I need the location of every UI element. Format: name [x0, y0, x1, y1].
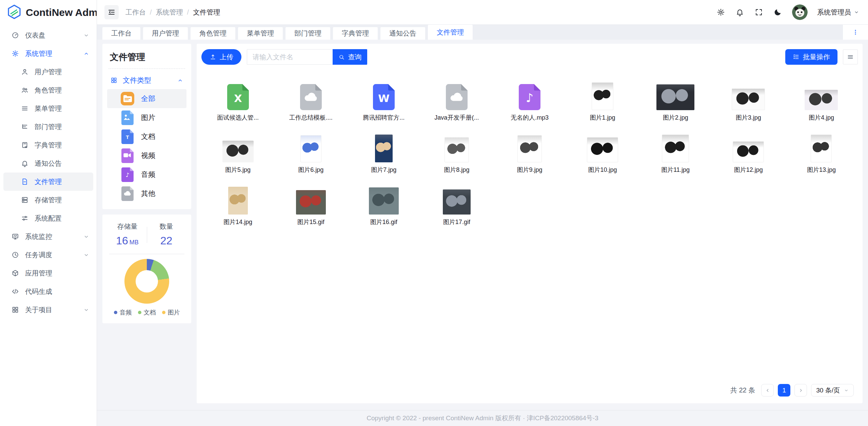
file-item[interactable]: 工作总结模板.... [274, 74, 347, 122]
sidebar-item-系统配置[interactable]: 系统配置 [0, 209, 97, 227]
batch-operation-button[interactable]: 批量操作 [785, 49, 837, 65]
file-type-音频[interactable]: ♪音频 [107, 165, 186, 184]
sidebar-item-用户管理[interactable]: 用户管理 [0, 63, 97, 81]
cloud-file-icon [121, 186, 134, 201]
file-item[interactable]: 图片16.gif [347, 178, 420, 226]
file-item[interactable]: Java开发手册(... [420, 74, 493, 122]
notification-icon[interactable] [735, 7, 745, 17]
file-item[interactable]: 图片8.jpg [420, 126, 493, 174]
bell-icon [21, 160, 28, 167]
page-size-select[interactable]: 30 条/页 [811, 384, 854, 397]
file-item[interactable]: 图片6.jpg [274, 126, 347, 174]
file-item[interactable]: 图片4.jpg [785, 74, 858, 122]
file-type-全部[interactable]: 全部 [107, 89, 186, 108]
grid-icon [12, 306, 19, 313]
file-name: 图片10.jpg [588, 166, 617, 174]
sidebar-item-仪表盘[interactable]: 仪表盘 [0, 26, 97, 44]
file-name: 无名的人.mp3 [511, 114, 549, 122]
pagination-prev-button[interactable] [761, 384, 774, 397]
file-icon-box [300, 84, 322, 110]
file-icon-box [592, 82, 613, 110]
query-button[interactable]: 查询 [333, 49, 367, 65]
chevron-down-icon [83, 252, 89, 258]
pagination-next-button[interactable] [794, 384, 807, 397]
file-name: 图片5.jpg [225, 166, 251, 174]
divider [147, 227, 147, 243]
user-menu[interactable]: 系统管理员 [817, 8, 859, 17]
file-type-文档[interactable]: T文档 [107, 127, 186, 146]
file-item[interactable]: 图片15.gif [274, 178, 347, 226]
sidebar-item-代码生成[interactable]: 代码生成 [0, 282, 97, 301]
file-icon-box [805, 90, 838, 110]
tab-部门管理[interactable]: 部门管理 [285, 27, 330, 40]
file-icon-box [369, 187, 399, 215]
upload-button[interactable]: 上传 [201, 49, 241, 65]
file-thumbnail [296, 190, 326, 215]
tab-通知公告[interactable]: 通知公告 [380, 27, 425, 40]
file-name: 图片16.gif [370, 218, 397, 226]
pagination-page-1[interactable]: 1 [778, 384, 790, 397]
file-item[interactable]: 图片13.jpg [785, 126, 858, 174]
excel-file-icon: X [227, 84, 249, 110]
file-type-图片[interactable]: 图片 [107, 108, 186, 127]
stats-row: 存储量 16MB 数量 22 [108, 222, 186, 247]
breadcrumb-item[interactable]: 系统管理 [156, 8, 183, 17]
sidebar-item-系统管理[interactable]: 系统管理 [0, 44, 97, 63]
tab-文件管理[interactable]: 文件管理 [428, 25, 473, 40]
tab-工作台[interactable]: 工作台 [102, 27, 140, 40]
breadcrumb-item[interactable]: 文件管理 [193, 8, 220, 17]
text-file-icon: T [121, 129, 134, 144]
file-item[interactable]: 图片3.jpg [712, 74, 785, 122]
file-item[interactable]: 图片9.jpg [493, 126, 566, 174]
file-item[interactable]: 图片10.jpg [566, 126, 639, 174]
tab-字典管理[interactable]: 字典管理 [333, 27, 378, 40]
sidebar-item-通知公告[interactable]: 通知公告 [0, 154, 97, 173]
sidebar-item-应用管理[interactable]: 应用管理 [0, 264, 97, 282]
file-item[interactable]: 图片17.gif [420, 178, 493, 226]
file-item[interactable]: 图片7.jpg [347, 126, 420, 174]
sidebar-item-任务调度[interactable]: 任务调度 [0, 246, 97, 264]
tab-more-button[interactable] [843, 25, 868, 40]
sidebar-collapse-button[interactable] [104, 5, 119, 19]
sidebar-item-字典管理[interactable]: 字典管理 [0, 136, 97, 154]
file-item[interactable]: 图片14.jpg [201, 178, 274, 226]
file-name: 图片3.jpg [736, 114, 761, 122]
file-item[interactable]: W腾讯招聘官方... [347, 74, 420, 122]
tab-用户管理[interactable]: 用户管理 [143, 27, 188, 40]
fullscreen-icon[interactable] [754, 7, 764, 17]
search-input[interactable] [247, 49, 333, 65]
tab-菜单管理[interactable]: 菜单管理 [238, 27, 283, 40]
sidebar-item-角色管理[interactable]: 角色管理 [0, 81, 97, 99]
sidebar-item-label: 用户管理 [35, 67, 89, 77]
file-item[interactable]: 图片12.jpg [712, 126, 785, 174]
file-thumbnail [656, 84, 694, 110]
chevron-down-icon [844, 388, 849, 393]
file-item[interactable]: 图片1.jpg [566, 74, 639, 122]
sidebar-item-部门管理[interactable]: 部门管理 [0, 118, 97, 136]
settings-icon[interactable] [716, 7, 726, 17]
sidebar-item-菜单管理[interactable]: 菜单管理 [0, 99, 97, 118]
sidebar-item-label: 系统配置 [35, 214, 89, 223]
logo-icon [7, 4, 22, 21]
breadcrumb-item[interactable]: 工作台 [125, 8, 146, 17]
file-item[interactable]: ♪无名的人.mp3 [493, 74, 566, 122]
dark-mode-icon[interactable] [773, 7, 783, 17]
file-item[interactable]: X面试候选人管... [201, 74, 274, 122]
legend-音频: 音频 [114, 308, 132, 317]
sidebar-item-关于项目[interactable]: 关于项目 [0, 301, 97, 319]
tab-角色管理[interactable]: 角色管理 [191, 27, 235, 40]
sidebar-item-文件管理[interactable]: 文件管理 [3, 173, 93, 191]
file-item[interactable]: 图片5.jpg [201, 126, 274, 174]
view-toggle-button[interactable] [843, 49, 858, 64]
sidebar-item-存储管理[interactable]: 存储管理 [0, 191, 97, 209]
file-type-其他[interactable]: 其他 [107, 184, 186, 203]
count-stat: 数量 22 [147, 222, 186, 247]
file-type-section-header[interactable]: 文件类型 [107, 73, 186, 88]
file-type-card: 文件管理 文件类型 全部图片T文档视频♪音频其他 [102, 44, 191, 209]
sidebar-item-系统监控[interactable]: 系统监控 [0, 227, 97, 246]
app-logo: ContiNew Admin [0, 0, 97, 25]
file-item[interactable]: 图片2.jpg [639, 74, 712, 122]
file-item[interactable]: 图片11.jpg [639, 126, 712, 174]
avatar[interactable] [792, 4, 808, 20]
file-type-视频[interactable]: 视频 [107, 146, 186, 165]
